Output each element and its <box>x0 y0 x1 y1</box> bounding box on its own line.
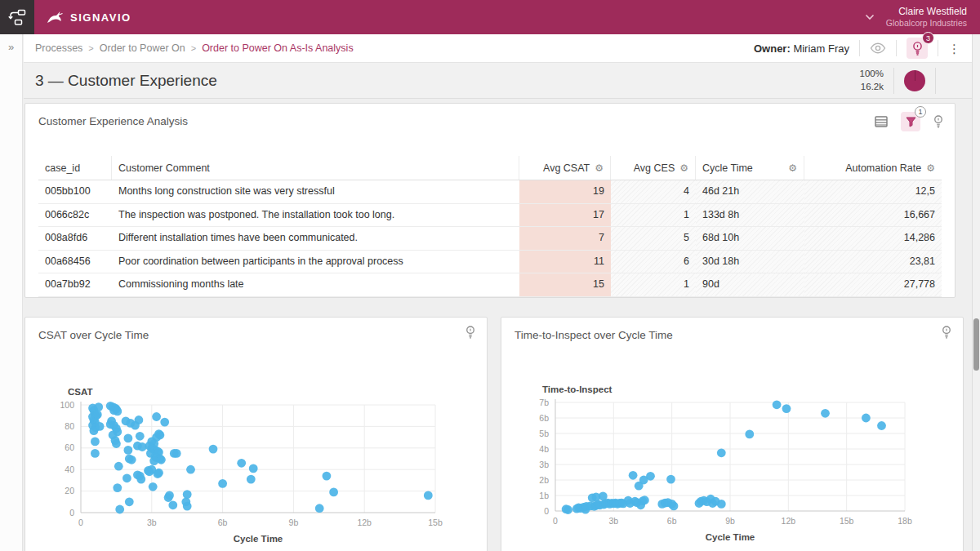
scatter-point[interactable] <box>209 445 218 454</box>
scatter-point[interactable] <box>183 502 192 511</box>
scatter-point[interactable] <box>640 495 649 504</box>
scatter-point[interactable] <box>113 483 122 492</box>
scatter-point[interactable] <box>629 471 638 480</box>
scatter-point[interactable] <box>186 465 195 474</box>
scatter-point[interactable] <box>670 502 679 511</box>
cell-case_id: 008a8fd6 <box>38 227 112 250</box>
scatter-point[interactable] <box>122 473 131 482</box>
widget-insights-button[interactable] <box>933 115 943 128</box>
column-settings-gear-icon[interactable]: ⚙ <box>926 162 935 174</box>
scatter-point[interactable] <box>782 404 791 413</box>
cell-case_id: 00a68456 <box>38 251 112 273</box>
scatter-point[interactable] <box>237 459 246 468</box>
scatter-point[interactable] <box>149 482 158 491</box>
table-row[interactable]: 008a8fd6Different installation times hav… <box>38 227 942 251</box>
scatter-point[interactable] <box>666 475 675 484</box>
scatter-point[interactable] <box>91 438 100 447</box>
column-header-customer-comment[interactable]: Customer Comment <box>112 156 519 180</box>
scatter-point[interactable] <box>329 488 338 497</box>
breadcrumb-item-processes[interactable]: Processes <box>35 42 82 54</box>
scatter-point[interactable] <box>131 421 140 430</box>
scatter-point[interactable] <box>168 500 177 509</box>
user-menu[interactable]: Claire Westfield Globalcorp Industries <box>865 6 967 29</box>
scatter-point[interactable] <box>93 411 102 420</box>
widget-filter-button[interactable]: 1 <box>901 112 920 131</box>
scrollbar-thumb[interactable] <box>973 318 979 371</box>
more-options-button[interactable]: ⋮ <box>948 42 960 55</box>
signavio-gazelle-icon <box>46 9 64 25</box>
scatter-point[interactable] <box>247 475 256 484</box>
widget-title: CSAT over Cycle Time <box>38 329 149 341</box>
scatter-chart-time-to-inspect[interactable]: 01b2b3b4b5b6b7b03b6b9b12b15b18bTime-to-I… <box>501 375 964 548</box>
divider <box>935 68 936 94</box>
svg-text:12b: 12b <box>357 518 372 527</box>
visibility-button[interactable] <box>870 42 886 54</box>
coverage-donut-chart[interactable] <box>904 70 925 91</box>
column-settings-gear-icon[interactable]: ⚙ <box>679 162 688 174</box>
scatter-point[interactable] <box>112 439 121 448</box>
scatter-point[interactable] <box>646 472 655 481</box>
widget-insights-button[interactable] <box>942 326 951 339</box>
breadcrumb-current-analysis[interactable]: Order to Power On As-Is Analysis <box>202 42 354 54</box>
scatter-point[interactable] <box>149 456 158 465</box>
scatter-point[interactable] <box>127 455 136 464</box>
column-header-automation-rate[interactable]: Automation Rate⚙ <box>804 156 942 180</box>
scatter-point[interactable] <box>745 430 754 439</box>
scatter-point[interactable] <box>218 479 227 488</box>
table-view-button[interactable] <box>875 116 888 127</box>
column-header-case-id[interactable]: case_id <box>38 156 112 180</box>
scatter-point[interactable] <box>94 402 103 411</box>
scatter-point[interactable] <box>145 467 154 476</box>
scatter-point[interactable] <box>821 409 830 418</box>
scatter-point[interactable] <box>124 446 133 455</box>
column-header-avg-ces[interactable]: Avg CES⚙ <box>611 156 696 180</box>
user-name: Claire Westfield <box>886 6 967 18</box>
page-header: 3 — Customer Experience 100% 16.2k <box>24 63 972 99</box>
scatter-point[interactable] <box>113 407 122 416</box>
scatter-point[interactable] <box>125 497 134 506</box>
scatter-point[interactable] <box>717 448 726 457</box>
table-row[interactable]: 005bb100Months long construction site wa… <box>38 180 942 204</box>
scatter-point[interactable] <box>115 505 124 514</box>
cell-cycle_time: 90d <box>696 273 804 296</box>
cell-case_id: 0066c82c <box>38 204 112 227</box>
scatter-point[interactable] <box>136 475 145 484</box>
scatter-point[interactable] <box>249 464 258 473</box>
scatter-point[interactable] <box>717 500 726 509</box>
scatter-point[interactable] <box>564 505 572 514</box>
scatter-point[interactable] <box>154 469 163 478</box>
scatter-point[interactable] <box>172 449 181 458</box>
table-row[interactable]: 00a68456Poor coordination between partic… <box>38 251 942 274</box>
table-row[interactable]: 0066c82cThe inspection was postponed. Th… <box>38 204 942 228</box>
scatter-point[interactable] <box>315 504 324 513</box>
scatter-point[interactable] <box>96 422 105 431</box>
scatter-point[interactable] <box>114 462 123 471</box>
scatter-point[interactable] <box>124 434 133 443</box>
svg-text:15b: 15b <box>428 518 443 527</box>
scatter-point[interactable] <box>165 491 174 500</box>
scatter-chart-csat[interactable]: 02040608010003b6b9b12b15bCSATCycle Time <box>25 375 488 548</box>
table-row[interactable]: 00a7bb92Commissioning months late15190d2… <box>38 273 942 297</box>
scatter-point[interactable] <box>773 400 782 409</box>
signavio-logo[interactable]: SIGNAVIO <box>46 9 131 25</box>
column-header-cycle-time[interactable]: Cycle Time⚙ <box>696 156 804 180</box>
widget-insights-button[interactable] <box>466 326 475 339</box>
scatter-point[interactable] <box>160 418 169 427</box>
column-header-avg-csat[interactable]: Avg CSAT⚙ <box>519 156 611 180</box>
process-manager-app-button[interactable] <box>0 0 34 34</box>
scatter-point[interactable] <box>862 414 871 423</box>
scatter-point[interactable] <box>183 490 192 499</box>
scatter-point[interactable] <box>152 412 161 421</box>
column-settings-gear-icon[interactable]: ⚙ <box>788 162 797 174</box>
scatter-point[interactable] <box>91 449 100 458</box>
breadcrumb-item-order-to-power-on[interactable]: Order to Power On <box>100 42 185 54</box>
scatter-point[interactable] <box>877 421 886 430</box>
cell-comment: Months long construction site was very s… <box>112 180 519 203</box>
expand-sidebar-button[interactable]: » <box>0 41 22 53</box>
insights-button[interactable]: 3 <box>906 38 928 59</box>
scatter-point[interactable] <box>136 432 145 441</box>
scatter-point[interactable] <box>323 472 332 481</box>
scatter-point[interactable] <box>424 491 433 500</box>
column-settings-gear-icon[interactable]: ⚙ <box>595 162 604 174</box>
page-scrollbar[interactable] <box>972 34 980 551</box>
